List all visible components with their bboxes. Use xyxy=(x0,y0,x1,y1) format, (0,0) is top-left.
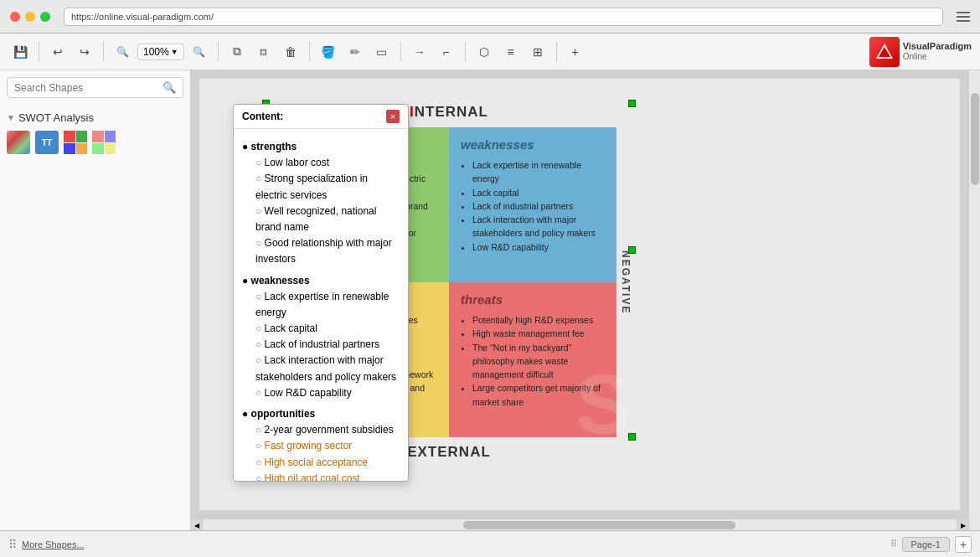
paste-button[interactable]: ⧈ xyxy=(252,40,276,64)
connector-button[interactable]: ⌐ xyxy=(435,40,458,64)
zoom-out-button[interactable]: 🔍 xyxy=(111,40,134,64)
line-color-button[interactable]: ✏ xyxy=(343,40,367,64)
distribute-button[interactable]: ⊞ xyxy=(526,40,549,64)
list-item: Low R&D capability xyxy=(255,385,400,401)
more-tools-button[interactable]: + xyxy=(564,40,587,64)
selection-dot-br xyxy=(628,433,636,441)
minimize-window-button[interactable] xyxy=(25,12,35,22)
selection-dot-mr xyxy=(628,246,636,254)
content-popup-body[interactable]: ● strengths Low labor cost Strong specia… xyxy=(234,129,408,481)
align-button[interactable]: ≡ xyxy=(499,40,523,64)
content-popup-header: Content: × xyxy=(234,105,408,129)
traffic-lights xyxy=(10,12,50,22)
canvas-background[interactable]: INTERNAL POSITIVE strengths Low labor co… xyxy=(199,79,960,510)
swot-section-title: ▼ SWOT Analysis xyxy=(7,111,183,124)
add-page-button[interactable]: + xyxy=(955,536,972,553)
redo-button[interactable]: ↪ xyxy=(73,40,96,64)
title-bar: https://online.visual-paradigm.com/ xyxy=(0,0,980,34)
bg-letter-s: S xyxy=(575,362,632,446)
list-item: Strong specialization in electric servic… xyxy=(255,171,400,203)
hamburger-menu-icon[interactable] xyxy=(957,12,970,22)
group-button[interactable]: ⬡ xyxy=(472,40,496,64)
vertical-scrollbar[interactable] xyxy=(968,70,980,530)
list-item: Lack of industrial partners xyxy=(472,199,605,213)
undo-button[interactable]: ↩ xyxy=(46,40,70,64)
content-popup-close-button[interactable]: × xyxy=(386,110,400,123)
sidebar: 🔍 ▼ SWOT Analysis TT xyxy=(0,70,191,530)
swot-icon-3[interactable] xyxy=(64,131,87,154)
content-section-opportunities: ● opportunities 2-year government subsid… xyxy=(242,406,400,481)
vp-brand-name: VisualParadigm xyxy=(903,41,972,52)
save-button[interactable]: 💾 xyxy=(8,40,32,64)
more-shapes-link[interactable]: More Shapes... xyxy=(22,539,85,549)
weaknesses-subitems: Lack expertise in renewable energy Lack … xyxy=(242,289,400,401)
content-popup: Content: × ● strengths Low labor cost St… xyxy=(233,104,409,482)
strengths-subitems: Low labor cost Strong specialization in … xyxy=(242,155,400,267)
toolbar-separator xyxy=(400,42,401,62)
content-section-weaknesses-label: ● weaknesses xyxy=(242,275,310,286)
list-item: High waste management fee xyxy=(472,327,605,340)
weaknesses-cell[interactable]: weaknesses Lack expertise in renewable e… xyxy=(449,127,616,282)
swot-icon-2[interactable]: TT xyxy=(35,131,59,154)
zoom-control[interactable]: 100% ▼ xyxy=(137,44,184,60)
list-item: Good relationship with major investors xyxy=(255,235,400,267)
internal-label-rest: NTERNAL xyxy=(415,104,488,120)
list-item: Lack interaction with major stakeholders… xyxy=(472,213,605,240)
toolbar-separator xyxy=(309,42,310,62)
shape-style-button[interactable]: ▭ xyxy=(370,40,394,64)
fill-color-button[interactable]: 🪣 xyxy=(317,40,340,64)
delete-button[interactable]: 🗑 xyxy=(279,40,302,64)
horizontal-scrollbar[interactable]: ◀ ▶ xyxy=(191,518,968,530)
maximize-window-button[interactable] xyxy=(40,12,50,22)
toolbar: 💾 ↩ ↪ 🔍 100% ▼ 🔍 ⧉ ⧈ 🗑 🪣 ✏ ▭ → ⌐ ⬡ ≡ ⊞ +… xyxy=(0,34,980,70)
list-item: Lack capital xyxy=(255,321,400,337)
zoom-in-button[interactable]: 🔍 xyxy=(188,40,211,64)
list-item: Lack expertise in renewable energy xyxy=(255,289,400,321)
scroll-left-button[interactable]: ◀ xyxy=(191,519,203,530)
list-item: Low labor cost xyxy=(255,155,400,171)
list-item: Well recognized, national brand name xyxy=(255,204,400,235)
vp-brand-sub: Online xyxy=(903,52,972,62)
list-item: High oil and coal cost xyxy=(255,471,400,481)
close-window-button[interactable] xyxy=(10,12,20,22)
content-section-weaknesses: ● weaknesses Lack expertise in renewable… xyxy=(242,273,400,402)
list-item: Lack capital xyxy=(472,186,605,199)
scroll-right-button[interactable]: ▶ xyxy=(957,519,968,530)
copy-button[interactable]: ⧉ xyxy=(225,40,249,64)
swot-section: ▼ SWOT Analysis TT xyxy=(0,105,190,161)
swot-icon-4[interactable] xyxy=(92,131,116,154)
toolbar-separator xyxy=(103,42,104,62)
zoom-value: 100% xyxy=(143,46,169,58)
search-input[interactable] xyxy=(14,82,159,94)
list-item: Lack of industrial partners xyxy=(255,337,400,353)
list-item: Lack expertise in renewable energy xyxy=(472,158,605,186)
weaknesses-list: Lack expertise in renewable energy Lack … xyxy=(461,158,605,254)
page-tab[interactable]: Page-1 xyxy=(902,537,950,552)
canvas-wrapper: INTERNAL POSITIVE strengths Low labor co… xyxy=(191,70,980,530)
toolbar-separator xyxy=(218,42,219,62)
content-section-strengths: ● strengths Low labor cost Strong specia… xyxy=(242,139,400,268)
selection-dot-tr xyxy=(628,100,636,107)
page-indicator: ⠿ Page-1 + xyxy=(890,536,972,553)
horizontal-scrollbar-thumb[interactable] xyxy=(463,521,735,529)
vertical-scrollbar-thumb[interactable] xyxy=(971,93,979,185)
opportunities-subitems: 2-year government subsidies Fast growing… xyxy=(242,422,400,481)
threats-title: threats xyxy=(461,292,605,307)
content-section-strengths-label: ● strengths xyxy=(242,141,297,152)
chevron-down-icon[interactable]: ▼ xyxy=(7,113,15,122)
bottom-bar: ⠿ More Shapes... ⠿ Page-1 + xyxy=(0,530,980,557)
vp-logo: VisualParadigm Online xyxy=(869,37,972,67)
search-bar[interactable]: 🔍 xyxy=(7,77,183,98)
list-item: Potentially high R&D expenses xyxy=(472,313,605,327)
list-item: Lack interaction with major stakeholders… xyxy=(255,353,400,384)
content-section-opportunities-label: ● opportunities xyxy=(242,408,315,420)
content-popup-list: ● strengths Low labor cost Strong specia… xyxy=(242,139,400,481)
arrow-button[interactable]: → xyxy=(408,40,431,64)
zoom-dropdown-icon[interactable]: ▼ xyxy=(171,48,178,56)
bottom-bar-left: ⠿ More Shapes... xyxy=(8,538,85,551)
list-item: Low R&D capability xyxy=(472,240,605,254)
canvas-inner: INTERNAL POSITIVE strengths Low labor co… xyxy=(191,70,980,530)
address-bar[interactable]: https://online.visual-paradigm.com/ xyxy=(64,8,943,26)
toolbar-separator xyxy=(39,42,39,62)
swot-icon-1[interactable] xyxy=(7,131,30,154)
